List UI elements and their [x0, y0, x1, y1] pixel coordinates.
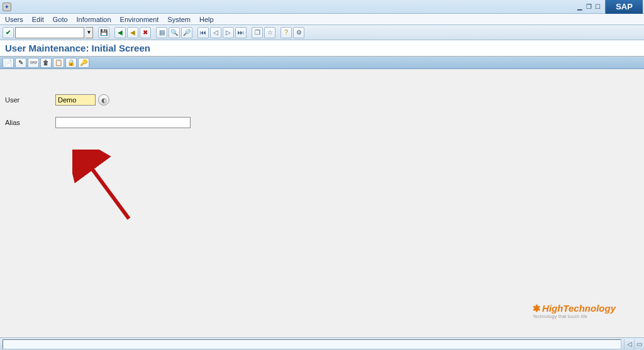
menu-edit[interactable]: Edit — [32, 16, 44, 23]
last-page-icon[interactable]: ⏭ — [235, 27, 247, 38]
enter-button[interactable]: ✔ — [3, 27, 14, 38]
menu-environment[interactable]: Environment — [120, 16, 159, 23]
app-icon: ✦ — [3, 3, 11, 11]
lock-icon[interactable]: 🔒 — [65, 58, 77, 68]
alias-input[interactable] — [55, 117, 191, 128]
application-toolbar: 📄 ✎ 👓 🗑 📋 🔒 🔑 — [0, 57, 644, 69]
cancel-icon[interactable]: ✖ — [140, 27, 151, 38]
status-message — [3, 339, 621, 349]
arrow-annotation — [72, 150, 142, 225]
menu-help[interactable]: Help — [199, 16, 214, 23]
exit-icon[interactable]: ◀ — [127, 27, 138, 38]
user-input[interactable] — [55, 94, 96, 106]
help-icon[interactable]: ? — [280, 27, 292, 38]
sap-logo: SAP — [605, 0, 643, 14]
menubar: Users Edit Goto Information Environment … — [0, 14, 644, 25]
save-icon[interactable]: 💾 — [98, 27, 109, 38]
delete-icon[interactable]: 🗑 — [40, 58, 52, 68]
menu-users[interactable]: Users — [5, 16, 23, 23]
page-title: User Maintenance: Initial Screen — [0, 40, 644, 57]
next-page-icon[interactable]: ▷ — [223, 27, 234, 38]
change-icon[interactable]: ✎ — [15, 58, 26, 68]
print-icon[interactable]: ▤ — [156, 27, 167, 38]
password-icon[interactable]: 🔑 — [78, 58, 89, 68]
display-icon[interactable]: 👓 — [28, 58, 39, 68]
f4-search-help-icon[interactable]: ◐ — [98, 94, 109, 106]
watermark-star-icon: ✱ — [533, 303, 541, 314]
watermark-logo: ✱HighTechnology Technology that touch li… — [533, 303, 616, 319]
page-title-text: User Maintenance: Initial Screen — [5, 43, 150, 53]
copy-icon[interactable]: 📋 — [53, 58, 64, 68]
sap-logo-text: SAP — [616, 2, 633, 11]
tcode-input[interactable] — [15, 27, 84, 38]
window-titlebar: ✦ ▁ ❐ ☐ SAP — [0, 0, 644, 14]
find-icon[interactable]: 🔍 — [169, 27, 180, 38]
status-menu-icon[interactable]: ▭ — [634, 339, 644, 349]
restore-icon[interactable]: ❐ — [585, 3, 592, 11]
statusbar: ◁ ▭ — [0, 337, 644, 350]
find-next-icon[interactable]: 🔎 — [181, 27, 192, 38]
first-page-icon[interactable]: ⏮ — [197, 27, 209, 38]
maximize-icon[interactable]: ☐ — [594, 3, 601, 11]
status-triangle-icon[interactable]: ◁ — [624, 339, 634, 349]
minimize-icon[interactable]: ▁ — [576, 3, 584, 11]
alias-label: Alias — [5, 119, 55, 126]
user-row: User ◐ — [5, 93, 639, 107]
create-shortcut-icon[interactable]: ☆ — [264, 27, 275, 38]
alias-row: Alias — [5, 116, 639, 129]
back-icon[interactable]: ◀ — [114, 27, 126, 38]
standard-toolbar: ✔ ▼ 💾 ◀ ◀ ✖ ▤ 🔍 🔎 ⏮ ◁ ▷ ⏭ ❐ ☆ ? ⚙ — [0, 25, 644, 40]
menu-system[interactable]: System — [167, 16, 191, 23]
customize-icon[interactable]: ⚙ — [293, 27, 304, 38]
menu-information[interactable]: Information — [77, 16, 111, 23]
new-session-icon[interactable]: ❐ — [252, 27, 263, 38]
tcode-dropdown-icon[interactable]: ▼ — [86, 27, 93, 38]
svg-line-0 — [86, 161, 129, 219]
content-area: User ◐ Alias ✱HighTechnology Technology … — [0, 69, 644, 347]
user-label: User — [5, 96, 55, 104]
titlebar-left: ✦ — [0, 3, 575, 11]
watermark-tagline: Technology that touch life — [533, 314, 616, 319]
watermark-name: HighTechnology — [542, 303, 616, 314]
menu-goto[interactable]: Goto — [53, 16, 68, 23]
prev-page-icon[interactable]: ◁ — [210, 27, 221, 38]
create-icon[interactable]: 📄 — [3, 58, 14, 68]
